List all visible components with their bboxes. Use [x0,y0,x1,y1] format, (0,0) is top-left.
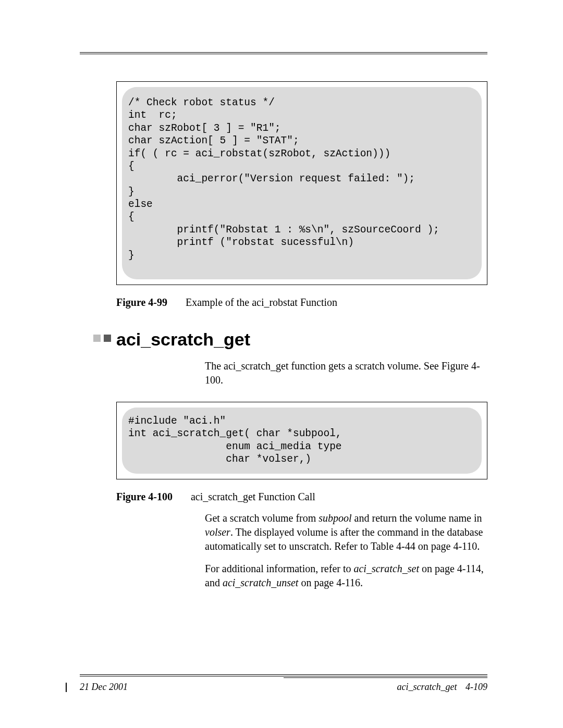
heading-bullet-decor [93,335,111,342]
section-heading: aci_scratch_get [80,329,487,350]
body-p1-subpool: subpool [319,512,351,524]
figure-99-caption: Figure 4-99 Example of the aci_robstat F… [116,297,487,309]
footer-section: aci_scratch_get [397,682,457,692]
figure-100-text: aci_scratch_get Function Call [191,491,315,502]
body-p1-b: and return the volume name in [352,512,482,524]
figure-99-label: Figure 4-99 [116,297,167,308]
body-paragraph-1: Get a scratch volume from subpool and re… [205,511,487,553]
body-p2-a: For additional information, refer to [205,563,353,574]
figure-100-caption: Figure 4-100 aci_scratch_get Function Ca… [116,491,487,503]
heading-bullet-dark [104,335,111,342]
code-box-2-outer: #include "aci.h" int aci_scratch_get( ch… [116,402,487,480]
footer-line: 21 Dec 2001 aci_scratch_get 4-109 [80,682,487,693]
intro-text-c: . [221,374,223,386]
body-p1-d: Table 4-44 on page 4-110. [371,540,480,552]
body-paragraph-2: For additional information, refer to aci… [205,562,487,590]
body-p1-volser: volser [205,526,230,538]
figure-100-label: Figure 4-100 [116,491,173,502]
code-block-1: /* Check robot status */ int rc; char sz… [128,96,475,262]
body-p2-c: on page 4-116. [298,577,363,588]
body-p1-a: Get a scratch volume from [205,512,319,524]
heading-bullet-light [93,335,101,342]
top-double-rule [80,52,487,54]
footer-page-number: 4-109 [466,682,487,692]
code-block-2: #include "aci.h" int aci_scratch_get( ch… [128,415,475,466]
footer-right: aci_scratch_get 4-109 [397,682,487,693]
code-box-1-inner: /* Check robot status */ int rc; char sz… [122,87,482,279]
change-bar [66,683,67,692]
code-box-1-outer: /* Check robot status */ int rc; char sz… [116,81,487,285]
body-p2-set: aci_scratch_set [353,563,419,574]
intro-paragraph: The aci_scratch_get function gets a scra… [205,359,487,387]
body-p2-unset: aci_scratch_unset [223,577,299,588]
code-box-2-inner: #include "aci.h" int aci_scratch_get( ch… [122,408,482,474]
figure-99-text: Example of the aci_robstat Function [186,297,337,308]
section-title: aci_scratch_get [116,329,487,350]
footer: 21 Dec 2001 aci_scratch_get 4-109 [80,664,487,693]
content-column: /* Check robot status */ int rc; char sz… [80,52,487,590]
footer-rule [80,674,487,678]
intro-text-a: The aci_scratch_get function gets a scra… [205,360,442,372]
footer-date: 21 Dec 2001 [80,682,128,693]
